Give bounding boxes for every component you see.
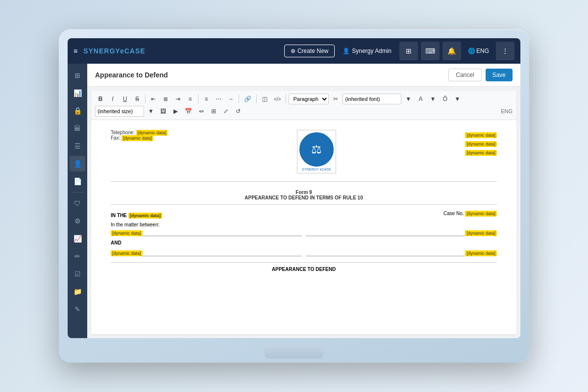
special-char-button[interactable]: Ö	[440, 94, 450, 104]
font-size-input[interactable]	[95, 106, 144, 117]
doc-contact-info: Telephone: [dynamic data] Fax: [dynamic …	[111, 130, 168, 141]
editor-toolbar: B I U S ⇤ ≣ ⇥ ≡ ≡ ⋯ → 🔗	[91, 91, 516, 120]
language-button[interactable]: 🌐 ENG	[464, 45, 493, 57]
notification-button[interactable]: 🔔	[442, 42, 461, 60]
party1-dynamic: [dynamic data]	[111, 230, 143, 236]
document-page: Telephone: [dynamic data] Fax: [dynamic …	[91, 120, 516, 334]
party1-right-underline	[306, 228, 465, 236]
sidebar-item-analytics[interactable]: 📊	[70, 85, 85, 101]
in-the-dynamic: [dynamic data]	[128, 213, 163, 219]
case-no-dynamic: [dynamic data]	[465, 211, 497, 217]
toolbar-sep-1	[145, 95, 146, 103]
logo-area: ≡ SYNERGYeCASE	[74, 47, 146, 55]
form-title: APPEARANCE TO DEFEND IN TERMS OF RULE 10	[111, 195, 497, 200]
scissors-button[interactable]: ✂	[330, 94, 341, 104]
party2-row: [dynamic data] [dynamic data]	[111, 248, 497, 256]
case-no-label: Case No.	[443, 211, 465, 216]
matter-between-label: In the matter between:	[111, 222, 497, 227]
right-dynamic-2: [dynamic data]	[465, 141, 497, 147]
font-size-dropdown[interactable]: ▼	[146, 106, 156, 117]
monitor-stand	[265, 344, 323, 359]
table-button[interactable]: ◫	[259, 94, 270, 104]
video-button[interactable]: ▶	[170, 106, 181, 117]
toolbar-sep-3	[239, 95, 239, 103]
in-the-section: IN THE [dynamic data] Case No. [dynamic …	[111, 209, 497, 218]
document-content[interactable]: Telephone: [dynamic data] Fax: [dynamic …	[91, 120, 516, 334]
paragraph-select[interactable]: Paragraph	[289, 94, 329, 104]
strikethrough-button[interactable]: S	[132, 94, 143, 104]
align-left-button[interactable]: ⇤	[148, 94, 159, 104]
doc-right-info: [dynamic data] [dynamic data] [dynamic d…	[465, 130, 497, 156]
link-button[interactable]: 🔗	[242, 94, 254, 104]
sidebar-item-user[interactable]: 👤	[70, 156, 85, 172]
fax-dynamic: [dynamic data]	[122, 135, 153, 141]
sidebar-item-building[interactable]: 🏛	[70, 121, 85, 136]
sidebar-item-shield[interactable]: 🛡	[70, 196, 85, 211]
user-icon: 👤	[343, 48, 350, 54]
grid2-button[interactable]: ⊞	[208, 106, 219, 117]
grid-view-button[interactable]: ⊞	[399, 42, 418, 60]
underline-button[interactable]: U	[120, 94, 130, 104]
title-divider	[111, 204, 497, 205]
toolbar-sep-5	[286, 95, 286, 103]
right-dynamic-1: [dynamic data]	[465, 132, 497, 138]
bold-button[interactable]: B	[95, 94, 106, 104]
sidebar-item-grid[interactable]: ☰	[70, 138, 85, 154]
code-button[interactable]: </>	[271, 94, 283, 104]
sidebar-item-chart[interactable]: 📈	[70, 231, 85, 246]
party2-right-underline	[306, 248, 465, 256]
nav-actions: ⊕ Create New 👤 Synergy Admin ⊞ ⌨ 🔔 🌐 ENG…	[284, 42, 514, 60]
company-logo: ⚖	[299, 132, 334, 167]
font-highlight-button[interactable]: ▼	[427, 94, 438, 104]
admin-user-button[interactable]: 👤 Synergy Admin	[338, 45, 396, 57]
toolbar-sep-4	[256, 95, 257, 103]
ordered-list-button[interactable]: ⋯	[213, 94, 224, 104]
header-actions: Cancel Save	[448, 69, 513, 81]
sidebar-item-document[interactable]: 📄	[70, 173, 85, 189]
hamburger-icon[interactable]: ≡	[74, 47, 77, 55]
keyboard-button[interactable]: ⌨	[421, 42, 440, 60]
toolbar-lang-label: ENG	[501, 108, 513, 114]
appearance-title: APPEARANCE TO DEFEND	[111, 262, 497, 272]
align-center-button[interactable]: ≣	[160, 94, 171, 104]
sidebar-item-settings[interactable]: ⚙	[70, 213, 85, 229]
link2-button[interactable]: ⇔	[196, 106, 207, 117]
telephone-label: Telephone:	[111, 130, 136, 135]
unordered-list-button[interactable]: ≡	[201, 94, 212, 104]
sidebar-item-edit2[interactable]: ✎	[70, 301, 85, 317]
sidebar-item-security[interactable]: 🔒	[70, 103, 85, 119]
align-justify-button[interactable]: ≡	[185, 94, 196, 104]
sidebar-item-edit[interactable]: ✏	[70, 248, 85, 264]
image-button[interactable]: 🖼	[158, 106, 169, 117]
align-right-button[interactable]: ⇥	[172, 94, 183, 104]
content-area: Appearance to Defend Cancel Save B I U S	[87, 64, 520, 338]
font-family-input[interactable]	[343, 94, 401, 104]
party2-underline	[143, 248, 302, 256]
and-label: AND	[111, 240, 497, 245]
telephone-line: Telephone: [dynamic data]	[111, 130, 168, 135]
header-divider	[111, 181, 497, 182]
font-dropdown-button[interactable]: ▼	[403, 94, 414, 104]
create-new-button[interactable]: ⊕ Create New	[284, 45, 335, 57]
toolbar-sep-2	[198, 95, 198, 103]
special-char-dropdown[interactable]: ▼	[452, 94, 463, 104]
matter-section: In the matter between: [dynamic data]	[111, 222, 497, 236]
italic-button[interactable]: I	[107, 94, 118, 104]
expand-button[interactable]: ⤢	[220, 106, 231, 117]
date-button[interactable]: 📅	[182, 106, 195, 117]
form-number: Form 9	[111, 190, 497, 195]
more-options-button[interactable]: ⋮	[496, 42, 514, 60]
main-layout: ⊞ 📊 🔒 🏛 ☰ 👤 📄 🛡 ⚙ 📈 ✏ ☑ 📁 ✎	[68, 64, 520, 338]
cancel-button[interactable]: Cancel	[448, 69, 481, 81]
sidebar-item-home[interactable]: ⊞	[70, 68, 85, 83]
save-button[interactable]: Save	[486, 69, 513, 81]
editor-container: B I U S ⇤ ≣ ⇥ ≡ ≡ ⋯ → 🔗	[91, 91, 516, 334]
sidebar-item-checklist[interactable]: ☑	[70, 266, 85, 282]
app-logo: SYNERGYeCASE	[83, 47, 145, 55]
right-dynamic-3: [dynamic data]	[465, 150, 497, 156]
indent-button[interactable]: →	[225, 94, 236, 104]
sidebar-item-folder[interactable]: 📁	[70, 284, 85, 299]
refresh-button[interactable]: ↺	[233, 106, 244, 117]
font-color-button[interactable]: A	[415, 94, 426, 104]
sidebar: ⊞ 📊 🔒 🏛 ☰ 👤 📄 🛡 ⚙ 📈 ✏ ☑ 📁 ✎	[68, 64, 87, 338]
